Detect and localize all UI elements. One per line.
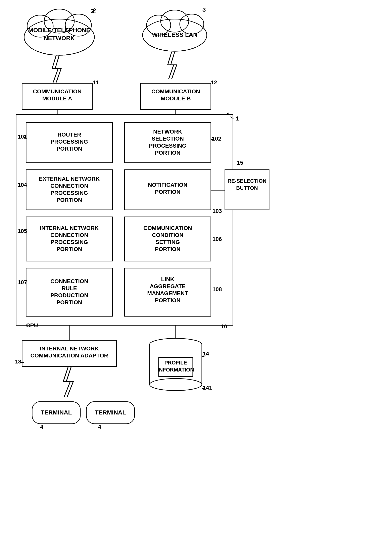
lightning-left bbox=[52, 55, 61, 82]
ref14: 14 bbox=[203, 350, 209, 357]
conn-rule-text4: PORTION bbox=[56, 299, 82, 305]
notif-text2: PORTION bbox=[155, 189, 180, 195]
ref2: 2 bbox=[93, 7, 96, 14]
ref107: 107 bbox=[18, 279, 27, 285]
ref105: 105 bbox=[18, 228, 27, 234]
cloud-wireless-label: WIRELESS LAN bbox=[152, 31, 198, 38]
module-a-text2: MODULE A bbox=[42, 95, 72, 102]
cloud-mobile-label: MOBILE TELEPHONE bbox=[28, 27, 90, 33]
net-sel-text4: PORTION bbox=[155, 150, 180, 156]
terminal-right-text: TERMINAL bbox=[95, 409, 126, 416]
net-sel-text3: PROCESSING bbox=[149, 142, 187, 149]
terminal-left-text: TERMINAL bbox=[41, 409, 72, 416]
comm-cond-text4: PORTION bbox=[155, 246, 180, 252]
router-text1: ROUTER bbox=[57, 131, 81, 138]
comm-cond-text1: COMMUNICATION bbox=[143, 225, 192, 231]
int-comm-text2: COMMUNICATION ADAPTOR bbox=[31, 353, 108, 359]
link-agg-text4: PORTION bbox=[155, 297, 180, 303]
net-sel-text1: NETWORK bbox=[153, 129, 182, 135]
cloud-wireless: WIRELESS LAN bbox=[143, 10, 207, 51]
module-b-text1: COMMUNICATION bbox=[151, 88, 200, 95]
int-net-text4: PORTION bbox=[56, 246, 82, 252]
diagram: MOBILE TELEPHONE NETWORK 2 WIRELESS LAN … bbox=[0, 0, 392, 545]
ref13: 13 bbox=[15, 359, 21, 365]
ref15: 15 bbox=[237, 160, 243, 166]
svg-text:NETWORK: NETWORK bbox=[44, 35, 75, 41]
reselection-text1: RE-SELECTION bbox=[228, 178, 267, 184]
notif-text1: NOTIFICATION bbox=[148, 182, 187, 188]
lightning-right bbox=[168, 52, 177, 79]
link-agg-text2: AGGREGATE bbox=[150, 283, 186, 289]
link-agg-text3: MANAGEMENT bbox=[147, 290, 188, 296]
ref141: 141 bbox=[203, 384, 212, 391]
conn-rule-text2: RULE bbox=[62, 285, 77, 291]
router-text3: PORTION bbox=[56, 146, 82, 152]
ext-net-text3: PROCESSING bbox=[51, 190, 88, 196]
ref104: 104 bbox=[18, 182, 27, 188]
comm-cond-text3: SETTING bbox=[156, 239, 180, 245]
ref101: 101 bbox=[18, 134, 27, 140]
ext-net-text2: CONNECTION bbox=[50, 183, 88, 189]
profile-text2: INFORMATION bbox=[157, 367, 194, 373]
module-b-text2: MODULE B bbox=[161, 95, 191, 102]
conn-rule-text3: PRODUCTION bbox=[50, 292, 88, 298]
net-sel-text2: SELECTION bbox=[152, 136, 184, 142]
cpu-label: CPU bbox=[26, 322, 38, 328]
ref1: 1 bbox=[236, 115, 239, 122]
diagram-svg: MOBILE TELEPHONE NETWORK 2 WIRELESS LAN … bbox=[0, 0, 392, 545]
ext-net-text4: PORTION bbox=[56, 197, 82, 203]
int-net-text3: PROCESSING bbox=[51, 239, 88, 245]
comm-cond-text2: CONDITION bbox=[152, 232, 183, 238]
ref4b: 4 bbox=[98, 424, 101, 430]
ref10: 10 bbox=[221, 323, 227, 329]
cloud-mobile: MOBILE TELEPHONE NETWORK 2 bbox=[24, 8, 94, 55]
ext-net-text1: EXTERNAL NETWORK bbox=[39, 176, 100, 182]
router-text2: PROCESSING bbox=[51, 139, 88, 145]
conn-rule-text1: CONNECTION bbox=[50, 278, 88, 284]
ref3: 3 bbox=[202, 6, 206, 13]
int-net-text2: CONNECTION bbox=[50, 232, 88, 238]
ref103: 103 bbox=[212, 208, 222, 214]
ref106: 106 bbox=[212, 236, 222, 242]
ref11: 11 bbox=[93, 79, 99, 86]
ref108: 108 bbox=[212, 286, 222, 292]
cylinder-bottom bbox=[149, 378, 202, 390]
profile-text1: PROFILE bbox=[164, 360, 187, 366]
lightning-bottom bbox=[63, 366, 73, 396]
link-agg-text1: LINK bbox=[161, 276, 174, 282]
module-a-text1: COMMUNICATION bbox=[33, 88, 81, 95]
ref102: 102 bbox=[212, 136, 221, 142]
int-comm-text1: INTERNAL NETWORK bbox=[40, 345, 99, 352]
ref4a: 4 bbox=[40, 424, 43, 430]
reselection-text2: BUTTON bbox=[236, 185, 258, 191]
int-net-text1: INTERNAL NETWORK bbox=[40, 225, 99, 231]
ref12: 12 bbox=[211, 79, 217, 86]
